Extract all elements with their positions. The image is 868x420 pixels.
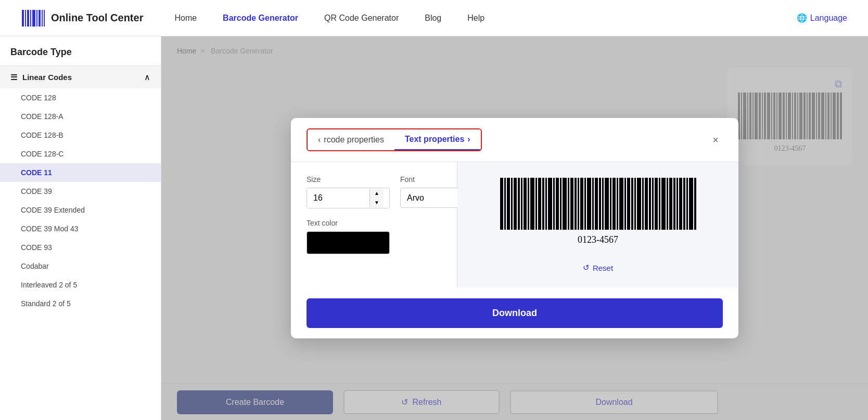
logo-area: Online Tool Center [21, 6, 143, 31]
sidebar-item-code128c[interactable]: CODE 128-C [0, 145, 161, 163]
svg-rect-67 [578, 178, 579, 230]
sidebar-item-code39[interactable]: CODE 39 [0, 182, 161, 201]
svg-rect-68 [580, 178, 583, 230]
size-font-row: Size ▲ ▼ Font [307, 175, 441, 219]
reset-icon: ↺ [583, 263, 590, 272]
logo-icon [21, 6, 46, 31]
svg-rect-58 [545, 178, 547, 230]
sidebar-section-header[interactable]: ☰ Linear Codes ∧ [0, 66, 161, 88]
svg-rect-78 [617, 178, 618, 230]
svg-rect-54 [530, 178, 534, 230]
modal-preview-panel: 0123-4567 ↺ Reset [457, 162, 738, 288]
svg-rect-80 [624, 178, 626, 230]
modal-header: ‹ rcode properties Text properties › × [291, 118, 738, 162]
reset-label: Reset [593, 264, 613, 272]
svg-rect-53 [528, 178, 529, 230]
nav-barcode-generator[interactable]: Barcode Generator [223, 14, 298, 23]
svg-text:0123-4567: 0123-4567 [578, 234, 618, 245]
svg-rect-52 [524, 178, 527, 230]
sidebar-item-codabar[interactable]: Codabar [0, 257, 161, 275]
svg-rect-95 [676, 178, 678, 230]
main-layout: Barcode Type ☰ Linear Codes ∧ CODE 128 C… [0, 36, 868, 420]
svg-rect-63 [563, 178, 567, 230]
sidebar-item-code39ext[interactable]: CODE 39 Extended [0, 201, 161, 219]
size-input[interactable] [307, 188, 369, 208]
svg-rect-56 [538, 178, 541, 230]
modal-form-panel: Size ▲ ▼ Font [291, 162, 457, 288]
nav-qr-code-generator[interactable]: QR Code Generator [324, 14, 399, 23]
svg-rect-70 [587, 178, 591, 230]
svg-rect-64 [568, 178, 569, 230]
sidebar-item-code11[interactable]: CODE 11 [0, 163, 161, 182]
svg-rect-99 [689, 178, 693, 230]
size-decrement-button[interactable]: ▼ [370, 198, 384, 207]
header: Online Tool Center Home Barcode Generato… [0, 0, 868, 36]
sidebar-item-code93[interactable]: CODE 93 [0, 238, 161, 257]
barcode-section-icon: ☰ [10, 73, 17, 82]
size-label: Size [307, 175, 390, 183]
svg-rect-8 [44, 10, 45, 27]
svg-rect-47 [507, 178, 510, 230]
svg-rect-90 [659, 178, 660, 230]
svg-rect-93 [669, 178, 672, 230]
sidebar-section-linear: ☰ Linear Codes ∧ CODE 128 CODE 128-A COD… [0, 65, 161, 313]
svg-rect-61 [556, 178, 559, 230]
content-area: Home > Barcode Generator ⧉ [161, 36, 868, 420]
svg-rect-45 [500, 178, 503, 230]
sidebar-item-code128b[interactable]: CODE 128-B [0, 126, 161, 145]
nav-blog[interactable]: Blog [425, 14, 441, 23]
language-button[interactable]: 🌐 Language [797, 13, 847, 23]
svg-rect-91 [661, 178, 666, 230]
size-increment-button[interactable]: ▲ [370, 189, 384, 198]
svg-rect-0 [22, 10, 24, 27]
modal-body: Size ▲ ▼ Font [291, 162, 738, 288]
svg-rect-96 [679, 178, 682, 230]
size-spinners: ▲ ▼ [369, 189, 384, 207]
svg-rect-1 [25, 10, 26, 27]
tab-barcode-label: rcode properties [324, 135, 384, 145]
color-swatch[interactable] [307, 231, 390, 254]
svg-rect-51 [521, 178, 522, 230]
svg-rect-85 [642, 178, 644, 230]
download-modal-button[interactable]: Download [307, 298, 723, 328]
svg-rect-94 [673, 178, 675, 230]
svg-rect-6 [39, 10, 41, 27]
modal: ‹ rcode properties Text properties › × [291, 118, 738, 338]
reset-button[interactable]: ↺ Reset [583, 263, 613, 272]
modal-close-button[interactable]: × [708, 132, 723, 148]
svg-rect-3 [30, 10, 31, 27]
tab-barcode-properties[interactable]: ‹ rcode properties [308, 130, 394, 150]
text-color-label: Text color [307, 219, 441, 227]
tab-text-properties[interactable]: Text properties › [394, 129, 481, 150]
sidebar: Barcode Type ☰ Linear Codes ∧ CODE 128 C… [0, 36, 161, 420]
sidebar-item-interleaved25[interactable]: Interleaved 2 of 5 [0, 275, 161, 294]
svg-rect-49 [514, 178, 517, 230]
svg-rect-57 [542, 178, 544, 230]
svg-rect-75 [605, 178, 609, 230]
svg-rect-98 [686, 178, 688, 230]
barcode-display: 0123-4567 ↺ Reset [499, 178, 697, 272]
svg-rect-46 [504, 178, 506, 230]
sidebar-item-standard25[interactable]: Standard 2 of 5 [0, 294, 161, 313]
nav-home[interactable]: Home [174, 14, 197, 23]
svg-rect-5 [36, 10, 37, 27]
svg-rect-100 [694, 178, 696, 230]
svg-rect-71 [592, 178, 594, 230]
nav-help[interactable]: Help [467, 14, 484, 23]
svg-rect-79 [619, 178, 623, 230]
sidebar-item-code128a[interactable]: CODE 128-A [0, 107, 161, 126]
modal-tabs: ‹ rcode properties Text properties › [307, 128, 482, 151]
sidebar-item-code39mod43[interactable]: CODE 39 Mod 43 [0, 219, 161, 238]
barcode-preview-svg: 0123-4567 [499, 178, 697, 245]
svg-rect-84 [637, 178, 641, 230]
chevron-left-icon: ‹ [318, 135, 321, 145]
sidebar-item-code128[interactable]: CODE 128 [0, 88, 161, 107]
chevron-right-icon: › [467, 135, 470, 144]
svg-rect-50 [518, 178, 520, 230]
sidebar-section-header-left: ☰ Linear Codes [10, 73, 72, 82]
svg-rect-77 [612, 178, 616, 230]
globe-icon: 🌐 [797, 13, 807, 23]
text-color-group: Text color [307, 219, 441, 254]
svg-rect-92 [667, 178, 668, 230]
sidebar-section-label: Linear Codes [22, 73, 72, 82]
